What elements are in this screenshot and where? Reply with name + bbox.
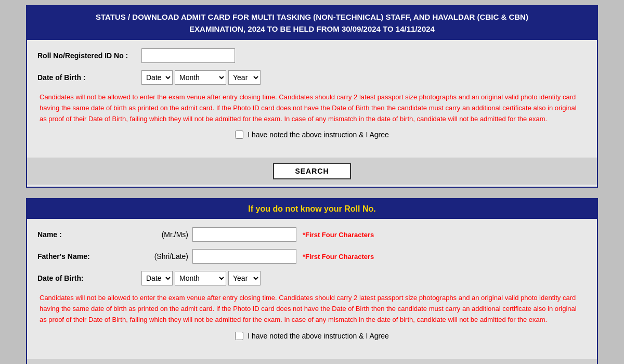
agree-label2: I have noted the above instruction & I A…	[248, 332, 389, 340]
notice-text1: Candidates will not be allowed to enter …	[37, 92, 587, 124]
name-prefix: (Mr./Ms)	[141, 230, 188, 239]
roll-label: Roll No/Registered ID No :	[37, 51, 141, 60]
name-input[interactable]	[192, 227, 296, 242]
agree-label1: I have noted the above instruction & I A…	[248, 131, 389, 139]
dob-row2: Date of Birth: Date 12345 678910 1112131…	[37, 271, 587, 285]
header-line1: STATUS / DOWNLOAD ADMIT CARD FOR MULTI T…	[35, 11, 589, 23]
main-container: STATUS / DOWNLOAD ADMIT CARD FOR MULTI T…	[26, 5, 598, 364]
agree-row2: I have noted the above instruction & I A…	[37, 332, 587, 340]
notice-text2: Candidates will not be allowed to enter …	[37, 293, 587, 325]
name-row: Name : (Mr./Ms) *First Four Characters	[37, 227, 587, 242]
agree-checkbox2[interactable]	[235, 332, 243, 340]
section2-header: If you do not know your Roll No.	[27, 199, 597, 219]
roll-input[interactable]	[141, 48, 235, 63]
month-select2[interactable]: Month JanuaryFebruaryMarch AprilMayJune …	[175, 271, 226, 285]
name-hint: *First Four Characters	[303, 231, 374, 239]
name-label: Name :	[37, 230, 141, 239]
section2-card: If you do not know your Roll No. Name : …	[26, 198, 598, 364]
dob-label1: Date of Birth :	[37, 73, 141, 82]
agree-row1: I have noted the above instruction & I A…	[37, 131, 587, 139]
section1-header: STATUS / DOWNLOAD ADMIT CARD FOR MULTI T…	[27, 6, 597, 40]
dob-row1: Date of Birth : Date 12345 678910 111213…	[37, 70, 587, 85]
search-btn-row2: SEARCH	[27, 359, 597, 364]
dob-group1: Date 12345 678910 1112131415 1617181920 …	[141, 70, 261, 85]
search-btn-row1: SEARCH	[27, 158, 597, 185]
year-select1[interactable]: Year 1950195519601965 1970197519801985 1…	[228, 70, 261, 85]
header-line2: EXAMINATION, 2024 TO BE HELD FROM 30/09/…	[35, 23, 589, 35]
fathers-label: Father's Name:	[37, 252, 141, 261]
fathers-prefix: (Shri/Late)	[141, 252, 188, 261]
search-button1[interactable]: SEARCH	[273, 163, 350, 179]
dob-label2: Date of Birth:	[37, 274, 141, 282]
fathers-hint: *First Four Characters	[303, 253, 374, 261]
year-select2[interactable]: Year 1950195519601965 1970197519801985 1…	[228, 271, 261, 285]
fathers-input[interactable]	[192, 249, 296, 264]
roll-row: Roll No/Registered ID No :	[37, 48, 587, 63]
dob-group2: Date 12345 678910 1112131415 1617181920 …	[141, 271, 261, 285]
date-select2[interactable]: Date 12345 678910 1112131415 1617181920 …	[141, 271, 173, 285]
section1-body: Roll No/Registered ID No : Date of Birth…	[27, 40, 597, 153]
section2-body: Name : (Mr./Ms) *First Four Characters F…	[27, 219, 597, 354]
agree-checkbox1[interactable]	[235, 131, 243, 139]
date-select1[interactable]: Date 12345 678910 1112131415 1617181920 …	[141, 70, 173, 85]
section1-card: STATUS / DOWNLOAD ADMIT CARD FOR MULTI T…	[26, 5, 598, 188]
month-select1[interactable]: Month JanuaryFebruaryMarch AprilMayJune …	[175, 70, 226, 85]
fathers-row: Father's Name: (Shri/Late) *First Four C…	[37, 249, 587, 264]
